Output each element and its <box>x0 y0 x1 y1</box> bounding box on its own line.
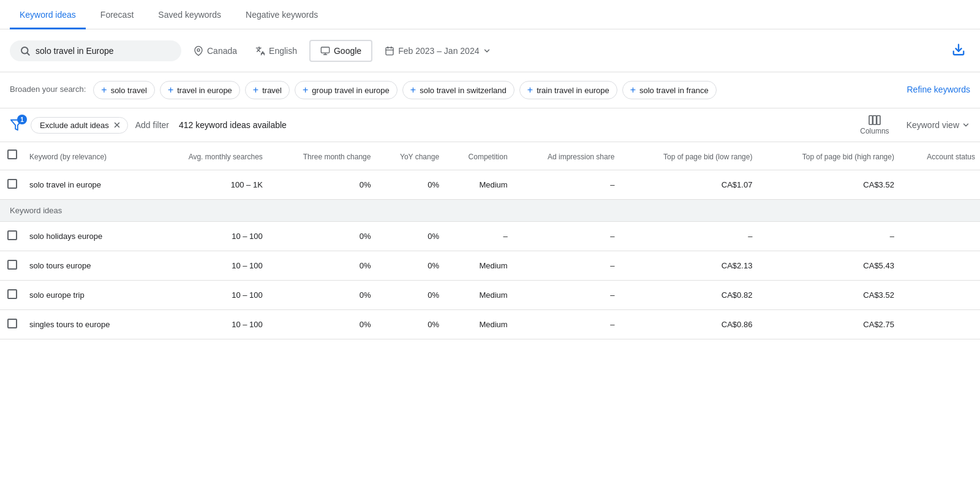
calendar-icon <box>385 46 394 56</box>
col-header-ad-impression[interactable]: Ad impression share <box>513 142 620 170</box>
chip-solo-france[interactable]: +solo travel in france <box>622 81 717 99</box>
col-header-yoy[interactable]: YoY change <box>375 142 444 170</box>
row-account-status <box>899 309 980 339</box>
broaden-label: Broaden your search: <box>10 81 86 94</box>
row-yoy: 0% <box>375 280 444 309</box>
svg-rect-6 <box>386 47 393 55</box>
keyword-ideas-section-row: Keyword ideas <box>0 199 980 221</box>
table-container: Keyword (by relevance) Avg. monthly sear… <box>0 142 980 339</box>
chip-train-travel[interactable]: +train travel in europe <box>519 81 617 99</box>
row-avg: 10 – 100 <box>151 280 268 309</box>
row-three-month: 0% <box>268 280 376 309</box>
chip-plus-icon: + <box>527 85 533 96</box>
row-top-bid-low: CA$0.86 <box>619 309 757 339</box>
svg-point-2 <box>197 48 200 51</box>
chip-plus-icon: + <box>303 85 308 96</box>
row-checkbox[interactable] <box>7 179 17 189</box>
refine-keywords-button[interactable]: Refine keywords <box>907 81 971 94</box>
chip-label: train travel in europe <box>537 86 609 95</box>
tab-saved-keywords[interactable]: Saved keywords <box>148 0 231 29</box>
row-checkbox[interactable] <box>7 289 17 299</box>
chip-plus-icon: + <box>253 85 258 96</box>
select-all-checkbox[interactable] <box>7 150 17 159</box>
tab-keyword-ideas[interactable]: Keyword ideas <box>10 0 86 29</box>
row-top-bid-high: – <box>757 221 899 251</box>
row-top-bid-high: CA$3.52 <box>757 280 899 309</box>
row-three-month: 0% <box>268 309 376 339</box>
row-ad-impression: – <box>513 221 620 251</box>
network-button[interactable]: Google <box>309 40 372 62</box>
col-header-competition[interactable]: Competition <box>444 142 513 170</box>
search-input[interactable] <box>36 46 158 56</box>
chip-solo-switzerland[interactable]: +solo travel in switzerland <box>402 81 514 99</box>
tab-forecast[interactable]: Forecast <box>91 0 143 29</box>
date-range-button[interactable]: Feb 2023 – Jan 2024 <box>379 41 497 61</box>
language-button[interactable]: English <box>249 41 303 61</box>
chip-group-travel[interactable]: +group travel in europe <box>295 81 398 99</box>
chip-travel[interactable]: +travel <box>245 81 290 99</box>
close-icon <box>113 121 121 129</box>
main-yoy: 0% <box>375 170 444 199</box>
filter-badge: 1 <box>17 115 27 124</box>
main-keyword-row: solo travel in europe 100 – 1K 0% 0% Med… <box>0 170 980 199</box>
svg-rect-15 <box>873 116 876 124</box>
location-icon <box>194 46 203 56</box>
row-keyword: solo tours europe <box>24 251 151 280</box>
exclude-adult-label: Exclude adult ideas <box>40 121 109 130</box>
chip-solo-travel[interactable]: +solo travel <box>93 81 155 99</box>
chip-label: solo travel in france <box>639 86 709 95</box>
row-avg: 10 – 100 <box>151 251 268 280</box>
location-label: Canada <box>207 46 237 56</box>
columns-button[interactable]: Columns <box>860 115 889 135</box>
col-header-top-bid-low[interactable]: Top of page bid (low range) <box>619 142 757 170</box>
row-top-bid-high: CA$2.75 <box>757 309 899 339</box>
tab-negative-keywords[interactable]: Negative keywords <box>236 0 328 29</box>
chip-label: solo travel <box>111 86 147 95</box>
chip-label: solo travel in switzerland <box>420 86 507 95</box>
language-label: English <box>269 46 297 56</box>
col-header-account-status[interactable]: Account status <box>899 142 980 170</box>
chip-label: group travel in europe <box>312 86 389 95</box>
row-checkbox[interactable] <box>7 319 17 328</box>
row-yoy: 0% <box>375 221 444 251</box>
row-competition: Medium <box>444 309 513 339</box>
row-yoy: 0% <box>375 309 444 339</box>
row-top-bid-low: CA$0.82 <box>619 280 757 309</box>
download-icon <box>952 43 965 56</box>
keyword-ideas-section-label: Keyword ideas <box>0 199 980 221</box>
main-top-bid-high: CA$3.52 <box>757 170 899 199</box>
col-header-avg-monthly[interactable]: Avg. monthly searches <box>151 142 268 170</box>
view-button[interactable]: Keyword view <box>907 120 970 130</box>
row-keyword: singles tours to europe <box>24 309 151 339</box>
exclude-adult-chip[interactable]: Exclude adult ideas <box>31 117 128 134</box>
svg-rect-14 <box>869 116 872 124</box>
row-account-status <box>899 221 980 251</box>
download-button[interactable] <box>947 38 970 63</box>
chevron-down-icon <box>962 121 970 129</box>
search-icon <box>20 45 31 56</box>
row-top-bid-high: CA$5.43 <box>757 251 899 280</box>
search-box[interactable] <box>10 40 181 61</box>
add-filter-button[interactable]: Add filter <box>135 120 169 130</box>
row-competition: – <box>444 221 513 251</box>
row-three-month: 0% <box>268 221 376 251</box>
row-checkbox[interactable] <box>7 260 17 270</box>
table-row: solo tours europe 10 – 100 0% 0% Medium … <box>0 251 980 280</box>
svg-rect-16 <box>877 116 880 124</box>
location-button[interactable]: Canada <box>187 41 243 61</box>
row-top-bid-low: CA$2.13 <box>619 251 757 280</box>
chip-travel-in-europe[interactable]: +travel in europe <box>160 81 240 99</box>
suggestions-row: Broaden your search: +solo travel +trave… <box>0 72 980 108</box>
row-checkbox[interactable] <box>7 230 17 240</box>
col-header-three-month[interactable]: Three month change <box>268 142 376 170</box>
main-ad-impression: – <box>513 170 620 199</box>
chip-plus-icon: + <box>410 85 416 96</box>
chip-plus-icon: + <box>630 85 636 96</box>
filter-icon-button[interactable]: 1 <box>10 118 23 132</box>
table-row: singles tours to europe 10 – 100 0% 0% M… <box>0 309 980 339</box>
main-top-bid-low: CA$1.07 <box>619 170 757 199</box>
filter-row: 1 Exclude adult ideas Add filter 412 key… <box>0 108 980 142</box>
col-header-top-bid-high[interactable]: Top of page bid (high range) <box>757 142 899 170</box>
columns-icon <box>868 115 881 126</box>
columns-label: Columns <box>860 127 889 135</box>
